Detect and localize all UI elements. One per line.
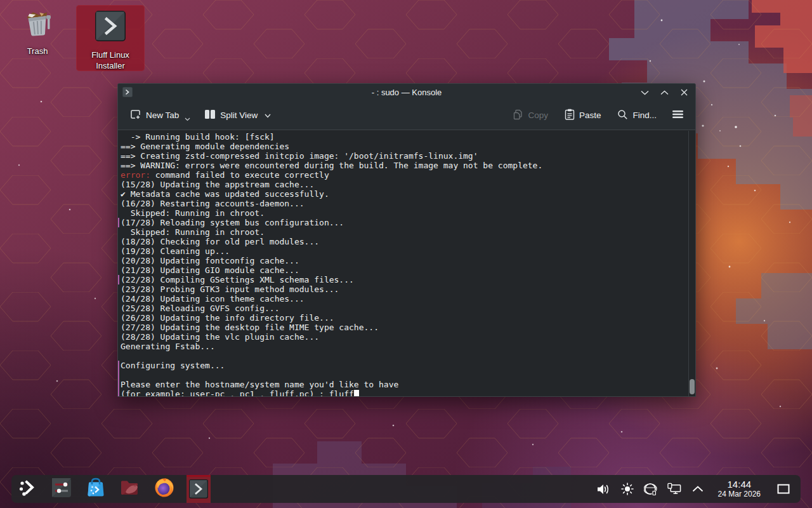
terminal-scrollbar-track[interactable] — [688, 131, 695, 396]
konsole-toolbar: New Tab Split View — [118, 101, 695, 130]
terminal-viewport[interactable]: -> Running build hook: [fsck]==> Generat… — [118, 131, 695, 396]
show-desktop-button[interactable] — [774, 475, 793, 503]
digital-clock[interactable]: 14:44 24 Mar 2026 — [714, 479, 764, 498]
firefox-icon — [154, 477, 175, 501]
network-globe-icon[interactable] — [644, 482, 658, 496]
find-button[interactable]: Find... — [612, 105, 662, 126]
terminal-scrollbar-thumb[interactable] — [690, 379, 695, 394]
paste-label: Paste — [579, 110, 601, 120]
hamburger-menu-icon — [672, 110, 684, 121]
app-launcher-button[interactable] — [15, 475, 39, 503]
desktop-icon-label: Trash — [27, 46, 48, 57]
volume-icon[interactable] — [597, 482, 611, 496]
system-settings-button[interactable] — [49, 475, 74, 503]
desktop: Trash Fluff Linux Installer - : sudo — K… — [0, 0, 812, 508]
copy-button[interactable]: Copy — [508, 105, 553, 126]
clock-time: 14:44 — [718, 479, 761, 490]
firefox-button[interactable] — [152, 475, 176, 503]
terminal-line-markers — [118, 132, 120, 396]
terminal-text: -> Running build hook: [fsck]==> Generat… — [121, 132, 686, 396]
terminal-icon — [93, 9, 128, 46]
new-tab-icon — [129, 109, 141, 123]
paste-button[interactable]: Paste — [560, 105, 606, 126]
minimize-button[interactable] — [638, 86, 651, 99]
chevron-down-icon — [185, 114, 190, 123]
discover-button[interactable] — [84, 475, 108, 503]
find-label: Find... — [632, 110, 657, 120]
search-icon — [617, 109, 628, 122]
dolphin-folder-icon — [119, 477, 141, 501]
new-tab-button[interactable]: New Tab — [124, 104, 195, 127]
window-title: - : sudo — Konsole — [118, 88, 695, 97]
copy-label: Copy — [528, 110, 548, 120]
konsole-icon — [188, 479, 209, 502]
split-view-icon — [204, 109, 216, 121]
desktop-icon-label: Fluff Linux Installer — [80, 50, 141, 71]
taskbar-launchers — [11, 475, 211, 503]
brightness-icon[interactable] — [620, 482, 634, 496]
app-launcher-icon — [18, 478, 37, 500]
desktop-icon-fluff-installer[interactable]: Fluff Linux Installer — [76, 5, 145, 71]
clock-date: 24 Mar 2026 — [718, 490, 761, 499]
maximize-button[interactable] — [658, 86, 671, 99]
window-titlebar[interactable]: - : sudo — Konsole — [118, 84, 695, 101]
display-device-icon[interactable] — [667, 482, 681, 496]
file-manager-button[interactable] — [118, 475, 142, 503]
paste-icon — [565, 109, 575, 122]
expand-tray-icon[interactable] — [691, 482, 705, 496]
konsole-window: - : sudo — Konsole — [117, 83, 696, 397]
hamburger-menu-button[interactable] — [667, 106, 689, 124]
split-view-button[interactable]: Split View — [199, 105, 276, 125]
settings-sliders-icon — [51, 477, 72, 501]
desktop-icon-trash[interactable]: Trash — [14, 6, 61, 57]
discover-bag-icon — [85, 477, 107, 501]
chevron-down-icon — [265, 110, 271, 120]
trash-full-icon — [21, 6, 54, 42]
copy-icon — [513, 109, 523, 122]
close-button[interactable] — [678, 86, 690, 99]
terminal-cursor — [354, 390, 359, 396]
konsole-task-button[interactable] — [187, 475, 211, 503]
new-tab-label: New Tab — [146, 110, 179, 120]
system-tray: 14:44 24 Mar 2026 — [597, 475, 801, 503]
taskbar-panel: 14:44 24 Mar 2026 — [11, 475, 801, 503]
split-view-label: Split View — [220, 110, 258, 120]
